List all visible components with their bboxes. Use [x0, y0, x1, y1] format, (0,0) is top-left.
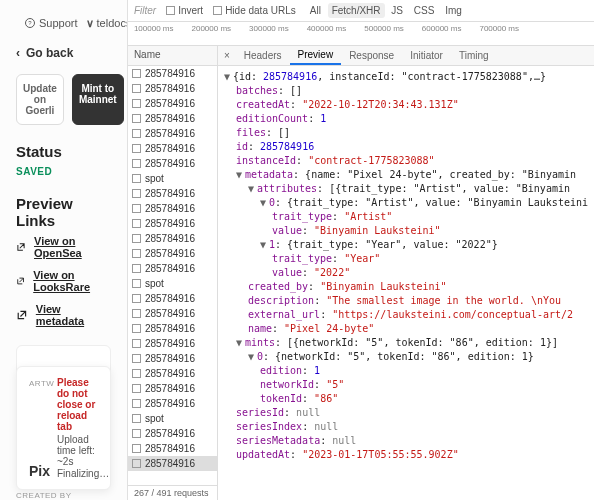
row-checkbox[interactable]: [132, 129, 141, 138]
request-name: spot: [145, 413, 164, 424]
request-row[interactable]: 285784916: [128, 291, 217, 306]
timeline-tick: 700000 ms: [479, 24, 519, 33]
request-row[interactable]: 285784916: [128, 126, 217, 141]
network-timeline[interactable]: 100000 ms 200000 ms 300000 ms 400000 ms …: [128, 22, 594, 46]
request-rows: 2857849162857849162857849162857849162857…: [128, 66, 217, 485]
update-goerli-button[interactable]: Update on Goerli: [16, 74, 64, 125]
request-row[interactable]: spot: [128, 276, 217, 291]
row-checkbox[interactable]: [132, 264, 141, 273]
request-row[interactable]: 285784916: [128, 261, 217, 276]
external-link-icon: [16, 241, 26, 253]
tab-headers[interactable]: Headers: [236, 47, 290, 64]
tab-timing[interactable]: Timing: [451, 47, 497, 64]
support-link[interactable]: ? Support: [24, 17, 78, 29]
tab-initiator[interactable]: Initiator: [402, 47, 451, 64]
request-row[interactable]: 285784916: [128, 201, 217, 216]
request-row[interactable]: 285784916: [128, 96, 217, 111]
request-row[interactable]: 285784916: [128, 456, 217, 471]
row-checkbox[interactable]: [132, 384, 141, 393]
tab-preview[interactable]: Preview: [290, 46, 342, 65]
request-row[interactable]: 285784916: [128, 111, 217, 126]
upload-time-left: Upload time left: ~2s: [57, 434, 98, 467]
request-row[interactable]: 285784916: [128, 156, 217, 171]
request-row[interactable]: 285784916: [128, 66, 217, 81]
row-checkbox[interactable]: [132, 399, 141, 408]
request-count: 267 / 491 requests: [128, 485, 217, 500]
request-row[interactable]: 285784916: [128, 441, 217, 456]
request-name: 285784916: [145, 263, 195, 274]
request-row[interactable]: 285784916: [128, 336, 217, 351]
action-buttons: Update on Goerli Mint to Mainnet: [16, 74, 111, 125]
status-value: SAVED: [16, 166, 111, 177]
filter-css[interactable]: CSS: [410, 3, 439, 18]
request-row[interactable]: spot: [128, 171, 217, 186]
request-row[interactable]: 285784916: [128, 186, 217, 201]
request-row[interactable]: spot: [128, 411, 217, 426]
filter-all[interactable]: All: [306, 3, 325, 18]
row-checkbox[interactable]: [132, 144, 141, 153]
app-header: ? Support ∨ teldocs ▾ lauksteini.com: [16, 12, 111, 34]
request-name: 285784916: [145, 368, 195, 379]
row-checkbox[interactable]: [132, 444, 141, 453]
request-row[interactable]: 285784916: [128, 426, 217, 441]
row-checkbox[interactable]: [132, 69, 141, 78]
name-column-header[interactable]: Name: [128, 46, 217, 66]
request-row[interactable]: 285784916: [128, 231, 217, 246]
timeline-tick: 400000 ms: [307, 24, 347, 33]
request-row[interactable]: 285784916: [128, 366, 217, 381]
go-back-button[interactable]: ‹ Go back: [16, 46, 111, 60]
request-row[interactable]: 285784916: [128, 381, 217, 396]
row-checkbox[interactable]: [132, 309, 141, 318]
looksrare-link[interactable]: View on LooksRare: [16, 269, 111, 293]
request-row[interactable]: 285784916: [128, 141, 217, 156]
row-checkbox[interactable]: [132, 339, 141, 348]
row-checkbox[interactable]: [132, 174, 141, 183]
row-checkbox[interactable]: [132, 204, 141, 213]
close-icon[interactable]: ×: [218, 50, 236, 61]
row-checkbox[interactable]: [132, 294, 141, 303]
mint-mainnet-button[interactable]: Mint to Mainnet: [72, 74, 124, 125]
row-checkbox[interactable]: [132, 414, 141, 423]
row-checkbox[interactable]: [132, 354, 141, 363]
upload-status-card: ARTW Please do not close or reload tab U…: [16, 366, 111, 490]
request-row[interactable]: 285784916: [128, 81, 217, 96]
row-checkbox[interactable]: [132, 84, 141, 93]
request-name: 285784916: [145, 293, 195, 304]
metadata-link[interactable]: View metadata: [16, 303, 111, 327]
row-checkbox[interactable]: [132, 429, 141, 438]
request-row[interactable]: 285784916: [128, 306, 217, 321]
network-main: Name 28578491628578491628578491628578491…: [128, 46, 594, 500]
request-row[interactable]: 285784916: [128, 396, 217, 411]
filter-js[interactable]: JS: [387, 3, 407, 18]
filter-img[interactable]: Img: [441, 3, 466, 18]
row-checkbox[interactable]: [132, 159, 141, 168]
row-checkbox[interactable]: [132, 279, 141, 288]
request-name: 285784916: [145, 188, 195, 199]
filter-input[interactable]: Filter: [134, 5, 156, 16]
row-checkbox[interactable]: [132, 324, 141, 333]
row-checkbox[interactable]: [132, 234, 141, 243]
row-checkbox[interactable]: [132, 249, 141, 258]
row-checkbox[interactable]: [132, 219, 141, 228]
opensea-link[interactable]: View on OpenSea: [16, 235, 111, 259]
request-row[interactable]: 285784916: [128, 351, 217, 366]
row-checkbox[interactable]: [132, 459, 141, 468]
detail-tabs: × Headers Preview Response Initiator Tim…: [218, 46, 594, 66]
request-list: Name 28578491628578491628578491628578491…: [128, 46, 218, 500]
app-sidebar: ? Support ∨ teldocs ▾ lauksteini.com ‹ G…: [0, 0, 128, 500]
request-name: 285784916: [145, 143, 195, 154]
invert-checkbox[interactable]: Invert: [166, 5, 203, 16]
hide-data-urls-checkbox[interactable]: Hide data URLs: [213, 5, 296, 16]
filter-fetch-xhr[interactable]: Fetch/XHR: [328, 3, 385, 18]
request-row[interactable]: 285784916: [128, 321, 217, 336]
teldocs-dropdown[interactable]: ∨ teldocs ▾: [86, 17, 128, 30]
row-checkbox[interactable]: [132, 369, 141, 378]
row-checkbox[interactable]: [132, 99, 141, 108]
request-name: 285784916: [145, 248, 195, 259]
row-checkbox[interactable]: [132, 189, 141, 198]
row-checkbox[interactable]: [132, 114, 141, 123]
tab-response[interactable]: Response: [341, 47, 402, 64]
request-row[interactable]: 285784916: [128, 246, 217, 261]
json-preview[interactable]: ▼{id: 285784916, instanceId: "contract-1…: [218, 66, 594, 500]
request-row[interactable]: 285784916: [128, 216, 217, 231]
